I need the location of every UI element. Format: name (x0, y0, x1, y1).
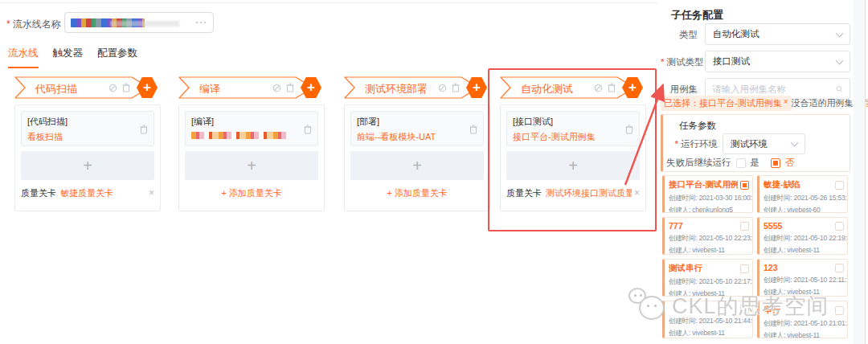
task-name-link[interactable]: 看板扫描 (27, 131, 148, 143)
case-card-checkbox[interactable] (835, 222, 844, 231)
case-card-created-time: 创建时间: 2021-03-30 16:00:13 (669, 194, 749, 203)
add-task-dropzone[interactable]: + (21, 151, 154, 180)
test-type-field-row: *测试类型 接口测试 (661, 51, 850, 72)
case-card-created-time: 创建时间: 2021-05-10 22:11:12 (764, 276, 844, 285)
case-card-title: 测试串行 (669, 263, 702, 274)
stage-title: 测试环境部署 (365, 82, 428, 96)
case-card-creator: 创建人: vivebest-11 (669, 329, 749, 338)
delete-task-icon[interactable] (304, 125, 312, 134)
add-task-dropzone[interactable]: + (506, 151, 640, 180)
pipeline-name-input[interactable] (64, 12, 214, 33)
task-card[interactable]: [接口测试] 接口平台-测试用例集 (506, 111, 640, 146)
case-card-created-time: 创建时间: 2021-05-10 21:01:47 (764, 319, 844, 329)
test-type-select[interactable]: 接口测试 (705, 51, 850, 72)
case-set-card[interactable]: 777 创建时间: 2021-05-10 22:23:12 创建人: viveb… (662, 217, 753, 255)
disable-stage-icon[interactable] (272, 84, 281, 92)
add-task-dropzone[interactable]: + (350, 151, 484, 180)
case-card-checkbox[interactable] (740, 264, 749, 273)
remove-selected-icon[interactable]: × (784, 97, 788, 106)
task-card[interactable]: [编译] (185, 111, 318, 146)
remove-gate-icon[interactable]: × (149, 187, 154, 199)
tab-trigger[interactable]: 触发器 (53, 47, 84, 68)
add-quality-gate-link[interactable]: + 添加质量关卡 (221, 187, 281, 199)
tab-pipeline[interactable]: 流水线 (8, 47, 39, 68)
case-set-label: 用例集 (661, 84, 698, 96)
case-set-card[interactable]: 敏捷-缺陷 创建时间: 2021-05-26 15:53:34 创建人: viv… (757, 175, 848, 213)
case-card-creator: 创建人: chenkunlong5 (669, 206, 749, 213)
case-set-card[interactable]: 测试串行 创建时间: 2021-05-10 22:17:28 创建人: vive… (662, 259, 753, 297)
case-card-checkbox[interactable] (835, 264, 844, 272)
stage-body: [代码扫描] 看板扫描 + 质量关卡 敏捷质量关卡 × (14, 104, 161, 211)
disable-stage-icon[interactable] (438, 84, 447, 92)
chevron-down-icon (836, 56, 844, 64)
required-asterisk: * (661, 57, 664, 67)
test-type-select-value: 接口测试 (713, 55, 750, 68)
case-card-creator: 创建人: vivebest-11 (764, 246, 844, 255)
stage-header[interactable]: 自动化测试 + (500, 76, 635, 99)
case-set-card[interactable]: 123 创建时间: 2021-05-10 22:11:12 创建人: viveb… (757, 259, 848, 297)
gate-value-link[interactable]: 敏捷质量关卡 (60, 187, 146, 199)
stage-header[interactable]: 测试环境部署 + (344, 76, 479, 99)
case-card-checkbox[interactable] (740, 305, 749, 313)
case-set-card[interactable]: 5555 创建时间: 2021-05-10 22:19:00 创建人: vive… (757, 217, 848, 255)
task-params-box: 任务参数 *运行环境 测试环境 失败后继续运行 是 否 (661, 114, 850, 172)
case-set-card[interactable]: 接口平台-测试用例集2 创建时间: 2021-03-30 16:00:13 创建… (662, 175, 753, 213)
case-set-card[interactable]: 串行 创建时间: 2021-05-10 21:01:47 创建人: vivebe… (757, 301, 848, 338)
delete-task-icon[interactable] (140, 125, 148, 134)
pipeline-editor-screen: *流水线名称 流水线 触发器 配置参数 代码扫描 + [代码扫描] 看板扫描 (0, 0, 868, 344)
fail-continue-no-checkbox[interactable] (771, 158, 780, 168)
case-card-checkbox[interactable] (740, 222, 749, 231)
disable-stage-icon[interactable] (594, 84, 603, 92)
task-card[interactable]: [部署] 前端--看板模块-UAT (350, 111, 484, 146)
quality-gate-row: + 添加质量关卡 (350, 182, 484, 204)
case-card-created-time: 创建时间: 2021-05-10 21:44:01 (669, 317, 749, 326)
stage-body: [编译] + + 添加质量关卡 (178, 104, 325, 211)
case-card-title: 5555 (764, 221, 782, 231)
input-end-mark (195, 19, 207, 27)
delete-task-icon[interactable] (469, 125, 477, 134)
delete-stage-icon[interactable] (122, 83, 130, 92)
fail-continue-row: 失败后继续运行 是 否 (666, 157, 795, 169)
delete-stage-icon[interactable] (608, 83, 616, 92)
case-card-checkbox[interactable] (740, 181, 749, 190)
case-card-title: 串行 (764, 305, 780, 316)
case-set-card[interactable]: 创建时间: 2021-05-10 21:44:01 创建人: vivebest-… (662, 301, 753, 338)
disable-stage-icon[interactable] (108, 84, 117, 92)
task-type-tag: [接口测试] (513, 116, 633, 128)
tab-config-params[interactable]: 配置参数 (97, 47, 137, 68)
case-card-created-time: 创建时间: 2021-05-10 22:19:00 (764, 234, 844, 244)
type-field-row: 类型 自动化测试 (661, 23, 850, 45)
run-env-select[interactable]: 测试环境 (723, 133, 805, 154)
gate-value-link[interactable]: 测试环境接口测试质量关卡 (546, 187, 632, 199)
delete-stage-icon[interactable] (452, 83, 460, 92)
test-type-label: *测试类型 (661, 56, 698, 68)
top-divider (0, 2, 657, 3)
stage-header[interactable]: 代码扫描 + (14, 76, 149, 99)
task-card[interactable]: [代码扫描] 看板扫描 (21, 111, 154, 146)
task-name-link[interactable]: 前端--看板模块-UAT (357, 131, 477, 143)
stage-compile: 编译 + [编译] + + 添加质量关卡 (178, 76, 328, 211)
type-select[interactable]: 自动化测试 (705, 23, 850, 45)
pipeline-name-label: *流水线名称 (6, 18, 61, 31)
required-asterisk: * (675, 139, 678, 149)
redacted-task-name (191, 132, 286, 139)
case-card-checkbox[interactable] (835, 306, 844, 315)
search-icon[interactable] (836, 84, 843, 94)
stage-body: [接口测试] 接口平台-测试用例集 + 质量关卡 测试环境接口测试质量关卡 × (500, 104, 646, 211)
chevron-down-icon (791, 139, 799, 147)
required-asterisk: * (6, 18, 10, 30)
case-set-search-input[interactable] (712, 84, 836, 94)
plus-icon: + (628, 80, 637, 96)
task-name-link[interactable]: 接口平台-测试用例集 (513, 131, 633, 143)
chevron-down-icon (836, 29, 844, 37)
case-card-checkbox[interactable] (835, 181, 844, 190)
fail-continue-yes-checkbox[interactable] (736, 158, 746, 168)
stage-header[interactable]: 编译 + (178, 76, 313, 99)
redacted-pipeline-name-tail (110, 21, 179, 27)
add-task-dropzone[interactable]: + (185, 151, 318, 180)
add-quality-gate-link[interactable]: + 添加质量关卡 (387, 187, 447, 199)
remove-gate-icon[interactable]: × (634, 187, 640, 199)
delete-stage-icon[interactable] (286, 83, 294, 92)
delete-task-icon[interactable] (625, 125, 633, 134)
subtask-config-panel: 子任务配置 类型 自动化测试 *测试类型 接口测试 用例集 (661, 0, 850, 344)
